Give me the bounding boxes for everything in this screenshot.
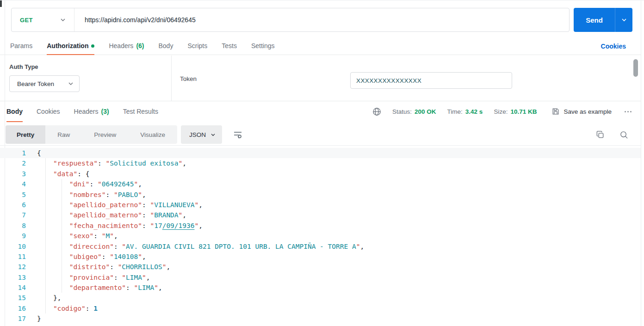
- line-number: 12: [0, 262, 26, 272]
- tab-count: (3): [101, 108, 109, 115]
- code-line: 7 "apellido_materno": "BRANDA",: [0, 210, 641, 220]
- time-value: 3.42 s: [465, 108, 483, 115]
- line-number: 8: [0, 221, 26, 231]
- copy-icon[interactable]: [596, 130, 605, 139]
- response-tab-headers[interactable]: Headers(3): [74, 101, 109, 122]
- scrollbar-thumb[interactable]: [633, 59, 638, 77]
- tab-settings[interactable]: Settings: [251, 37, 275, 55]
- view-tab-visualize[interactable]: Visualize: [128, 125, 177, 144]
- response-tab-test-results[interactable]: Test Results: [123, 101, 158, 122]
- line-number: 16: [0, 303, 26, 314]
- method-selector[interactable]: GET: [12, 8, 74, 31]
- line-number: 14: [0, 283, 26, 293]
- tab-count: (6): [136, 42, 144, 49]
- tab-label: Cookies: [37, 108, 60, 115]
- time-badge: Time: 3.42 s: [447, 108, 483, 115]
- auth-type-select[interactable]: Bearer Token: [9, 75, 80, 92]
- code-line: 17}: [0, 314, 641, 324]
- line-number: 11: [0, 252, 26, 262]
- auth-type-label: Auth Type: [9, 63, 38, 70]
- code-lines: 1{2 "respuesta": "Solicitud exitosa",3 "…: [0, 146, 641, 324]
- code-line: 3 "data": {: [0, 169, 641, 179]
- tab-label: Test Results: [123, 108, 158, 115]
- tab-authorization[interactable]: Authorization: [47, 37, 94, 55]
- code-line: 8 "fecha_nacimiento": "17/09/1936",: [0, 221, 641, 231]
- auth-type-value: Bearer Token: [17, 80, 54, 87]
- response-tab-cookies[interactable]: Cookies: [37, 101, 60, 122]
- url-input[interactable]: [74, 8, 569, 31]
- code-line: 13 "provincia": "LIMA",: [0, 272, 641, 283]
- save-icon: [551, 107, 560, 116]
- format-value: JSON: [189, 131, 206, 138]
- line-number: 2: [0, 158, 26, 168]
- view-mode-tabs: PrettyRawPreviewVisualize: [6, 125, 177, 144]
- method-label: GET: [20, 17, 33, 24]
- line-number: 13: [0, 272, 26, 283]
- request-tabs: ParamsAuthorizationHeaders(6)BodyScripts…: [0, 37, 641, 55]
- chevron-down-icon: [60, 18, 66, 22]
- response-toolbar: PrettyRawPreviewVisualize JSON: [6, 125, 635, 144]
- globe-icon[interactable]: [372, 107, 381, 116]
- code-line: 12 "distrito": "CHORRILLOS",: [0, 262, 641, 272]
- right-panel-divider: [641, 0, 641, 326]
- tab-label: Authorization: [47, 42, 88, 49]
- tab-label: Body: [159, 42, 173, 49]
- code-line: 6 "apellido_paterno": "VILLANUEVA",: [0, 200, 641, 210]
- chevron-down-icon: [68, 82, 74, 86]
- line-number: 17: [0, 314, 26, 324]
- code-line: 4 "dni": "06492645",: [0, 179, 641, 189]
- line-number: 3: [0, 169, 26, 179]
- code-line: 16 "codigo": 1: [0, 303, 641, 314]
- tab-headers[interactable]: Headers(6): [109, 37, 144, 55]
- line-number: 4: [0, 179, 26, 189]
- send-options-caret[interactable]: [615, 8, 632, 32]
- response-tab-body[interactable]: Body: [6, 101, 23, 122]
- cookies-link[interactable]: Cookies: [601, 37, 626, 55]
- request-url-bar: GET: [11, 8, 570, 32]
- format-select[interactable]: JSON: [181, 125, 222, 144]
- status-value: 200 OK: [415, 108, 436, 115]
- auth-type-panel: Auth Type Bearer Token: [0, 55, 172, 101]
- send-button-label: Send: [574, 8, 615, 32]
- code-line: 10 "direccion": "AV. GUARDIA CIVIL 821 D…: [0, 241, 641, 252]
- tab-scripts[interactable]: Scripts: [187, 37, 207, 55]
- status-badge: Status: 200 OK: [392, 108, 436, 115]
- save-as-example-button[interactable]: Save as example: [551, 107, 612, 116]
- code-line: 9 "sexo": "M",: [0, 231, 641, 241]
- tab-tests[interactable]: Tests: [222, 37, 237, 55]
- search-icon[interactable]: [619, 130, 628, 139]
- size-value: 10.71 KB: [510, 108, 537, 115]
- tab-label: Headers: [74, 108, 99, 115]
- code-line: 14 "departamento": "LIMA",: [0, 283, 641, 293]
- response-body-viewer[interactable]: 1{2 "respuesta": "Solicitud exitosa",3 "…: [0, 145, 641, 326]
- token-input[interactable]: [350, 72, 512, 89]
- line-number: 5: [0, 190, 26, 200]
- token-label: Token: [180, 75, 197, 82]
- code-line: 5 "nombres": "PABLO",: [0, 190, 641, 200]
- line-number: 6: [0, 200, 26, 210]
- chevron-down-icon: [211, 133, 216, 136]
- line-number: 1: [0, 148, 26, 158]
- tab-body[interactable]: Body: [159, 37, 173, 55]
- line-number: 9: [0, 231, 26, 241]
- more-ellipsis-icon[interactable]: [625, 111, 632, 112]
- tab-label: Headers: [109, 42, 133, 49]
- view-tab-pretty[interactable]: Pretty: [6, 125, 45, 144]
- authorization-panel: Auth Type Bearer Token Token: [0, 55, 641, 101]
- text-wrap-icon[interactable]: [233, 130, 242, 139]
- view-tab-raw[interactable]: Raw: [45, 125, 82, 144]
- tab-label: Tests: [222, 42, 237, 49]
- send-button[interactable]: Send: [574, 8, 632, 32]
- view-tab-preview[interactable]: Preview: [82, 125, 128, 144]
- response-tabs-list: BodyCookiesHeaders(3)Test Results: [0, 101, 158, 122]
- tab-label: Scripts: [187, 42, 207, 49]
- save-as-example-label: Save as example: [564, 108, 612, 115]
- response-meta: Status: 200 OK Time: 3.42 s Size: 10.71 …: [372, 101, 632, 122]
- request-tabs-list: ParamsAuthorizationHeaders(6)BodyScripts…: [10, 37, 275, 55]
- tab-label: Params: [10, 42, 32, 49]
- response-header: BodyCookiesHeaders(3)Test Results Status…: [0, 101, 641, 122]
- code-line: 1{: [0, 148, 641, 158]
- tab-params[interactable]: Params: [10, 37, 32, 55]
- line-number: 10: [0, 241, 26, 252]
- tab-label: Body: [6, 108, 23, 115]
